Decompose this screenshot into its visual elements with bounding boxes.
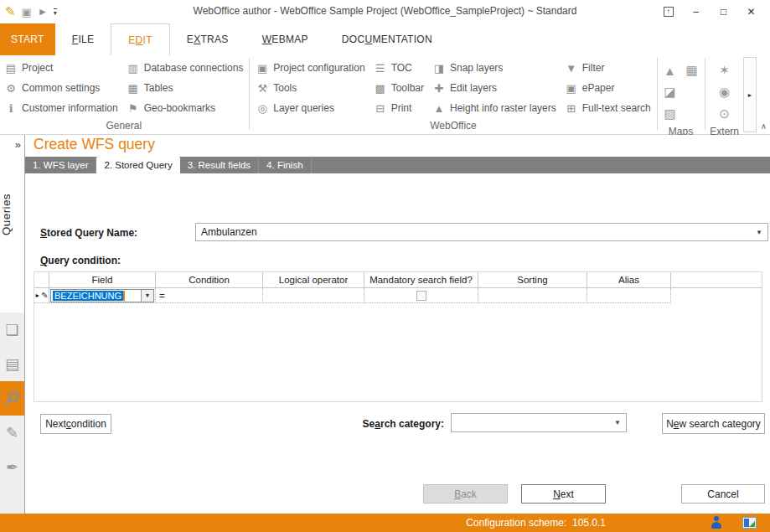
main-area: » Queries ❏ ▤ ✎ ✒ Create WFS query 1. WF… (0, 135, 770, 514)
field-select[interactable]: BEZEICHNUNG ▼ (50, 289, 154, 302)
next-condition-button[interactable]: Next condition (40, 414, 111, 434)
map-layers-icon[interactable]: ◪ (659, 81, 681, 103)
ribbon-group-general: ▤Project ⚙Common settings ℹCustomer info… (0, 55, 247, 134)
gears-icon: ⚙ (4, 82, 18, 95)
wizard-step-tabs: 1. WFS layer 2. Stored Query 3. Result f… (25, 157, 770, 173)
toolbar-icon: ▩ (374, 82, 387, 95)
project-notebook-icon[interactable]: ▤ (0, 347, 24, 381)
database-icon: ▥ (127, 62, 140, 75)
toc-icon: ☰ (374, 62, 387, 75)
minimize-button[interactable]: – (684, 3, 708, 20)
sorting-cell[interactable] (478, 288, 587, 303)
magnifier-glyph (8, 391, 19, 402)
database-search-icon[interactable]: ⊙ (714, 103, 736, 125)
project-icon: ▤ (4, 62, 18, 75)
step-tab-stored-query[interactable]: 2. Stored Query (96, 157, 179, 173)
ribbon-item-tables[interactable]: ▦Tables (122, 78, 248, 98)
stored-query-name-label: Stored Query Name: (40, 227, 137, 239)
queries-search-icon[interactable] (0, 381, 24, 416)
user-icon[interactable] (711, 516, 722, 529)
ribbon-item-project[interactable]: ▤Project (0, 58, 122, 78)
back-button[interactable]: Back (423, 484, 508, 504)
column-header-field: Field (49, 272, 156, 288)
column-header-mandatory: Mandatory search field? (364, 272, 478, 288)
logical-operator-cell[interactable] (263, 288, 364, 303)
alias-cell[interactable] (587, 288, 671, 303)
ribbon-item-edit-layers[interactable]: ✚Edit layers (428, 78, 561, 98)
ribbon-more-button[interactable]: ► (743, 57, 757, 132)
pin-icon[interactable]: ✶ (714, 59, 736, 81)
redlining-pen-icon[interactable]: ✒ (0, 450, 24, 484)
ribbon-item-tools[interactable]: ⚒Tools (251, 78, 369, 98)
cancel-button[interactable]: Cancel (681, 484, 765, 504)
field-dropdown-button[interactable]: ▼ (141, 290, 153, 302)
panel-collapse-icon[interactable]: » (15, 138, 21, 151)
mandatory-checkbox[interactable] (416, 291, 426, 301)
ribbon-item-height-info-raster-layers[interactable]: ▲Height info raster layers (428, 98, 561, 118)
text-caret (123, 291, 125, 301)
row-selector-cell[interactable]: ► ✎ (34, 288, 49, 303)
ribbon-item-common-settings[interactable]: ⚙Common settings (0, 78, 122, 98)
app-status-icon[interactable] (742, 517, 757, 529)
tab-extras[interactable]: EXTRAS (170, 23, 245, 55)
wizard-panel: Create WFS query 1. WFS layer 2. Stored … (25, 135, 770, 514)
stored-query-name-select[interactable]: Ambulanzen ▼ (195, 223, 768, 241)
search-category-select[interactable]: ▼ (451, 413, 627, 432)
titlebar: ✎ ▣ ► ▾ WebOffice author - WebOffice Sam… (0, 0, 770, 23)
row-selector-header (34, 272, 49, 288)
north-arrow-icon[interactable]: ▲ (659, 59, 681, 81)
customer-info-icon: ℹ (4, 102, 18, 115)
ribbon-item-geo-bookmarks[interactable]: ⚑Geo-bookmarks (122, 98, 248, 118)
ribbon-item-toc[interactable]: ☰TOC (369, 58, 428, 78)
stored-query-name-value: Ambulanzen (201, 226, 257, 238)
group-label-weboffice: WebOffice (251, 119, 655, 134)
tab-start[interactable]: START (0, 23, 55, 55)
ribbon-item-toolbar[interactable]: ▩Toolbar (369, 78, 428, 98)
configuration-scheme-status: Configuration scheme: 105.0.1 (466, 517, 606, 529)
tab-documentation[interactable]: DOCUMENTATION (325, 23, 449, 55)
next-button[interactable]: Next (521, 484, 606, 504)
map-raster-icon[interactable]: ▨ (659, 103, 681, 125)
row-marker-icon: ► (34, 292, 40, 298)
new-search-category-button[interactable]: New search category (662, 413, 765, 434)
group-separator (657, 58, 658, 130)
tab-file[interactable]: FILE (55, 23, 111, 55)
tab-webmap[interactable]: WEBMAP (245, 23, 325, 55)
table-header-row: Field Condition Logical operator Mandato… (34, 272, 762, 288)
ribbon-tab-row: START FILE EDIT EXTRAS WEBMAP DOCUMENTAT… (0, 23, 770, 55)
ribbon-item-project-configuration[interactable]: ▣Project configuration (251, 58, 369, 78)
ribbon-group-maps: ▲ ▦ ◪ ▨ Maps (659, 55, 703, 134)
ribbon-item-layer-queries[interactable]: ◎Layer queries (251, 98, 369, 118)
close-button[interactable]: ✕ (739, 3, 763, 20)
panel-label-queries: Queries (0, 194, 25, 235)
step-tab-wfs-layer[interactable]: 1. WFS layer (25, 157, 96, 173)
printer-icon: ⊟ (374, 102, 387, 115)
ribbon-pin-icon[interactable]: ↑ (656, 3, 680, 20)
ribbon-item-database-connections[interactable]: ▥Database connections (122, 58, 248, 78)
ribbon-item-epaper[interactable]: ▣ePaper (561, 78, 655, 98)
ribbon-item-print[interactable]: ⊟Print (369, 98, 428, 118)
column-header-filler (671, 272, 762, 288)
step-tab-finish[interactable]: 4. Finish (259, 157, 311, 173)
maximize-button[interactable]: □ (711, 3, 736, 20)
table-row: ► ✎ BEZEICHNUNG ▼ = (34, 288, 762, 303)
edit-tools-icon[interactable]: ✎ (0, 416, 24, 450)
location-icon[interactable]: ◉ (714, 81, 736, 103)
query-condition-table: Field Condition Logical operator Mandato… (34, 271, 762, 402)
chevron-down-icon: ▼ (614, 419, 621, 426)
ribbon-item-customer-information[interactable]: ℹCustomer information (0, 98, 122, 118)
tab-edit[interactable]: EDIT (111, 23, 170, 55)
query-condition-label: Query condition: (40, 255, 121, 266)
ribbon-group-weboffice: ▣Project configuration ⚒Tools ◎Layer que… (251, 55, 655, 134)
ribbon-item-filter[interactable]: ▼Filter (561, 58, 655, 78)
column-header-logical-operator: Logical operator (263, 272, 364, 288)
ribbon-item-snap-layers[interactable]: ◨Snap layers (428, 58, 561, 78)
search-category-label: Search category: (356, 418, 444, 430)
condition-cell[interactable]: = (156, 288, 263, 303)
ribbon-item-full-text-search[interactable]: ⊞Full-text search (561, 98, 655, 118)
new-project-icon[interactable]: ❏ (0, 312, 24, 347)
ribbon-collapse-button[interactable]: ∧ (757, 55, 770, 134)
map-tiles-icon[interactable]: ▦ (681, 59, 703, 81)
edit-layers-icon: ✚ (432, 82, 446, 95)
step-tab-result-fields[interactable]: 3. Result fields (180, 157, 259, 173)
